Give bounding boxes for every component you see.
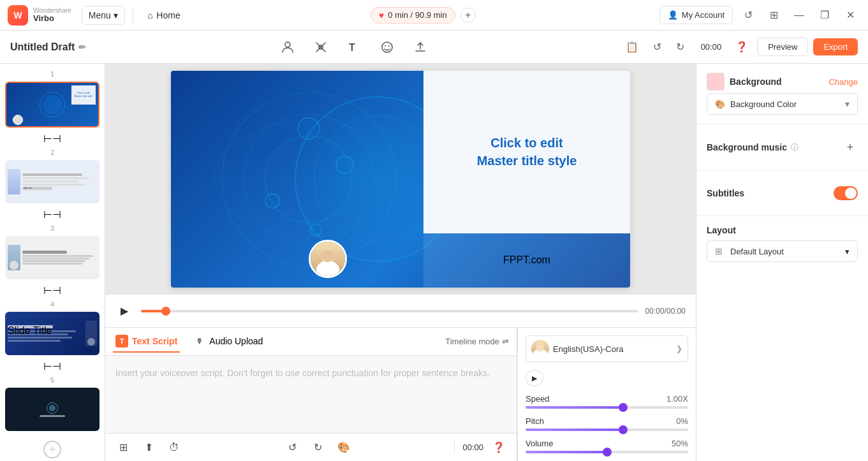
close-button[interactable]: ✕ [840, 5, 860, 26]
duration-badge: ♥ 0 min / 90.9 min [371, 7, 455, 24]
redo-button[interactable]: ↻ [670, 37, 691, 57]
speed-value: 1.00X [666, 394, 688, 404]
svg-point-3 [382, 42, 392, 52]
volume-slider[interactable] [526, 451, 688, 453]
upload-icon[interactable]: ⬆ [138, 437, 159, 458]
heart-icon: ♥ [379, 10, 384, 20]
timeline-mode-icon: ⇌ [502, 337, 509, 346]
slide-frame[interactable]: Click to edit Master title style FPPT.co… [171, 71, 630, 288]
audio-upload-tab[interactable]: 🎙 Audio Upload [190, 331, 265, 353]
background-change-button[interactable]: Change [828, 77, 858, 87]
svg-point-17 [316, 261, 339, 276]
pitch-slider[interactable] [526, 428, 688, 431]
slide-2-number: 2 [0, 147, 105, 157]
history-button[interactable]: ↺ [738, 5, 758, 26]
audio-upload-label: Audio Upload [209, 336, 263, 346]
upload-tool[interactable] [409, 36, 432, 59]
background-header: Background Change [707, 73, 858, 91]
emoji-tool[interactable] [376, 36, 399, 59]
menu-arrow-icon: ▾ [114, 10, 118, 20]
speed-thumb[interactable] [619, 403, 628, 412]
add-slide-button[interactable]: + [0, 434, 105, 461]
right-panel: Background Change 🎨 Background Color ▾ B… [696, 64, 868, 461]
menu-button[interactable]: Menu ▾ [82, 6, 125, 25]
svg-point-12 [298, 117, 320, 139]
text-script-tab[interactable]: T Text Script [113, 331, 180, 353]
text-insert-icon[interactable]: ⊞ [113, 437, 133, 458]
timeline-track[interactable] [141, 310, 638, 312]
volume-thumb[interactable] [603, 448, 612, 457]
slide-2-divider: ⊢⊣ [0, 206, 105, 223]
voice-selector[interactable]: English(USA)-Cora ❯ [526, 335, 688, 362]
script-content[interactable]: Insert your voiceover script. Don't forg… [105, 356, 517, 433]
notes-button[interactable]: 📋 [622, 37, 642, 57]
layout-icon: ⊞ [715, 246, 723, 256]
toolbar-right: 📋 ↺ ↻ 00:00 ❓ Preview Export [622, 37, 858, 57]
background-color-label: Background Color [730, 99, 797, 109]
minimize-button[interactable]: — [789, 5, 809, 26]
slide-4-item[interactable]: Slide Title [5, 312, 99, 355]
slide-background: Click to edit Master title style FPPT.co… [171, 71, 630, 288]
svg-point-14 [336, 156, 353, 173]
topbar-right: 👤 My Account ↺ ⊞ — ❐ ✕ [659, 5, 860, 26]
voice-avatar [531, 340, 549, 358]
text-tool[interactable]: T [342, 36, 365, 59]
grid-button[interactable]: ⊞ [763, 5, 784, 26]
home-button[interactable]: ⌂ Home [141, 6, 187, 24]
speed-fill [526, 406, 623, 409]
subtitles-toggle[interactable] [834, 186, 858, 200]
edit-title-icon[interactable]: ✏ [78, 42, 86, 52]
add-slide-icon: + [43, 441, 61, 458]
bottom-undo[interactable]: ↺ [283, 437, 303, 458]
menu-label: Menu [89, 10, 111, 20]
background-color-row[interactable]: 🎨 Background Color ▾ [707, 93, 858, 115]
audio-upload-icon: 🎙 [193, 335, 205, 348]
subtitles-row: Subtitles [707, 180, 858, 207]
slide-3-item[interactable] [5, 236, 99, 279]
layout-option-label: Default Layout [730, 247, 784, 256]
subtitles-section: Subtitles [696, 171, 868, 216]
background-color-chevron: ▾ [845, 99, 850, 109]
voice-preview-play[interactable]: ▶ [526, 370, 543, 386]
maximize-button[interactable]: ❐ [814, 5, 835, 26]
background-music-section: Background music ⓘ + [696, 124, 868, 171]
export-button[interactable]: Export [813, 38, 858, 55]
subtitles-label: Subtitles [707, 188, 744, 198]
slide-5-item[interactable] [5, 388, 99, 431]
svg-point-20 [536, 342, 544, 351]
script-area: T Text Script 🎙 Audio Upload Timeline mo… [105, 327, 696, 461]
preview-button[interactable]: Preview [757, 38, 808, 56]
toolbar: Untitled Draft ✏ T [0, 31, 868, 64]
slide-4-divider: ⊢⊣ [0, 358, 105, 375]
slide-1-number: 1 [0, 69, 105, 79]
effects-tool[interactable] [309, 36, 332, 59]
layout-dropdown[interactable]: ⊞ Default Layout ▾ [707, 240, 858, 262]
divider-2-icon: ⊢⊣ [43, 209, 61, 221]
timer-icon[interactable]: ⏱ [164, 437, 184, 458]
slide-1-item[interactable]: Click to editMaster title style [5, 82, 99, 128]
svg-text:T: T [349, 42, 355, 53]
topbar-center: ♥ 0 min / 90.9 min + [192, 7, 654, 24]
bottom-help[interactable]: ❓ [489, 437, 509, 458]
undo-button[interactable]: ↺ [647, 37, 668, 57]
help-button[interactable]: ❓ [732, 37, 752, 57]
avatar-tool[interactable] [276, 36, 299, 59]
bottom-center: ↺ ↻ 🎨 [189, 437, 446, 458]
slide-3-number: 3 [0, 223, 105, 233]
timeline-mode-button[interactable]: Timeline mode ⇌ [445, 337, 509, 346]
play-button[interactable]: ▶ [115, 302, 133, 320]
timeline-thumb[interactable] [161, 307, 170, 316]
pitch-thumb[interactable] [619, 425, 628, 434]
background-music-info-icon[interactable]: ⓘ [791, 142, 798, 153]
account-button[interactable]: 👤 My Account [659, 6, 733, 24]
bottom-paint[interactable]: 🎨 [334, 437, 354, 458]
account-label: My Account [682, 10, 725, 20]
home-label: Home [156, 10, 180, 20]
slide-5-number: 5 [0, 375, 105, 385]
add-duration-button[interactable]: + [460, 8, 476, 23]
speed-slider[interactable] [526, 406, 688, 409]
bottom-redo[interactable]: ↻ [308, 437, 328, 458]
add-background-music-button[interactable]: + [842, 140, 858, 155]
slide-2-item[interactable]: Slide Title [5, 160, 99, 203]
pitch-label: Pitch [526, 416, 544, 426]
